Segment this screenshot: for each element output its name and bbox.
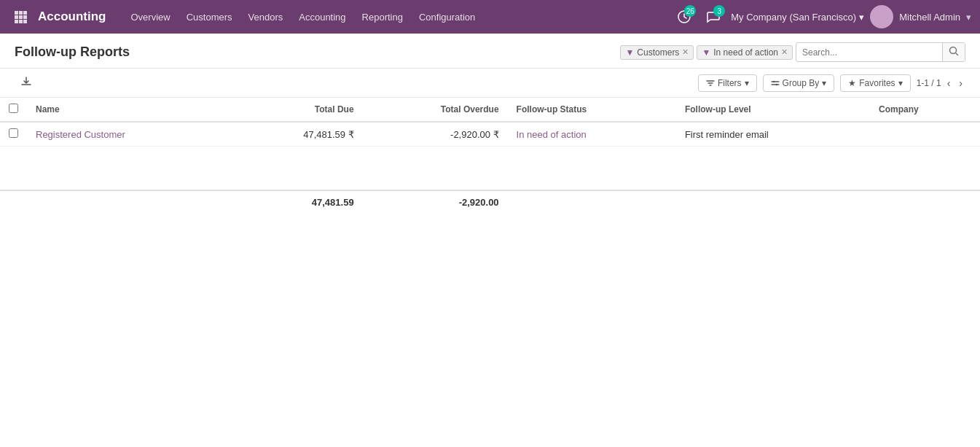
totals-empty-3 <box>508 190 676 214</box>
star-icon: ★ <box>848 78 856 88</box>
filter-tag-customers: ▼ Customers ✕ <box>620 45 694 60</box>
company-selector[interactable]: My Company (San Francisco) ▾ <box>731 12 864 23</box>
svg-rect-3 <box>15 15 18 19</box>
data-table: Name Total Due Total Overdue Follow-up S… <box>0 98 980 214</box>
svg-rect-2 <box>23 11 27 15</box>
th-total-due: Total Due <box>232 98 362 122</box>
messages-count: 3 <box>713 5 725 17</box>
svg-rect-0 <box>15 11 18 15</box>
filters-label: Filters <box>718 78 742 88</box>
svg-rect-5 <box>23 15 27 19</box>
row-checkbox[interactable] <box>9 128 18 138</box>
filter-action-label: In need of action <box>713 47 778 58</box>
select-all-checkbox[interactable] <box>9 104 18 113</box>
totals-total-overdue: -2,920.00 <box>363 190 508 214</box>
totals-empty-2 <box>27 190 232 214</box>
favorites-button[interactable]: ★ Favorites ▾ <box>840 74 910 92</box>
svg-point-13 <box>775 83 777 85</box>
search-button[interactable] <box>942 43 965 61</box>
svg-point-12 <box>772 80 774 82</box>
company-name: My Company (San Francisco) <box>731 12 856 23</box>
totals-total-due: 47,481.59 <box>232 190 362 214</box>
toolbar-right: Filters ▾ Group By ▾ ★ Favorites ▾ 1-1 /… <box>698 74 965 92</box>
th-company: Company <box>870 98 980 122</box>
page-header: Follow-up Reports ▼ Customers ✕ ▼ In nee… <box>0 34 980 69</box>
th-followup-status: Follow-up Status <box>508 98 676 122</box>
app-brand: Accounting <box>38 9 106 24</box>
menu-accounting[interactable]: Accounting <box>291 7 353 27</box>
grid-icon[interactable] <box>9 5 32 28</box>
user-avatar[interactable] <box>870 5 893 28</box>
activity-badge[interactable]: 26 <box>673 5 696 28</box>
page-title: Follow-up Reports <box>15 44 614 60</box>
td-followup-status: In need of action <box>508 122 676 147</box>
company-chevron: ▾ <box>859 12 864 23</box>
search-box <box>796 42 965 62</box>
svg-rect-7 <box>19 20 23 23</box>
search-input[interactable] <box>796 44 942 61</box>
svg-rect-4 <box>19 15 23 19</box>
td-followup-level: First reminder email <box>676 122 870 147</box>
menu-reporting[interactable]: Reporting <box>355 7 410 27</box>
filter-action-close[interactable]: ✕ <box>781 47 788 57</box>
svg-point-10 <box>879 12 885 18</box>
filter-customers-close[interactable]: ✕ <box>682 47 689 57</box>
favorites-chevron: ▾ <box>898 78 903 88</box>
topnav-right: 26 3 My Company (San Francisco) ▾ Mitche… <box>673 5 971 28</box>
topnav: Accounting Overview Customers Vendors Ac… <box>0 0 980 34</box>
th-total-overdue: Total Overdue <box>363 98 508 122</box>
pager-prev[interactable]: ‹ <box>944 76 954 90</box>
svg-rect-1 <box>19 11 23 15</box>
pager: 1-1 / 1 ‹ › <box>917 76 965 90</box>
filter-icon-1: ▼ <box>625 47 634 58</box>
search-area: ▼ Customers ✕ ▼ In need of action ✕ <box>620 42 965 62</box>
filters-chevron: ▾ <box>745 78 749 88</box>
group-by-button[interactable]: Group By ▾ <box>763 74 835 92</box>
pager-text: 1-1 / 1 <box>917 78 941 88</box>
menu-customers[interactable]: Customers <box>179 7 240 27</box>
filter-icon-2: ▼ <box>702 47 710 58</box>
messages-badge[interactable]: 3 <box>702 5 725 28</box>
download-button[interactable] <box>15 73 38 93</box>
favorites-label: Favorites <box>859 78 895 88</box>
table-row[interactable]: Registered Customer 47,481.59 ₹ -2,920.0… <box>0 122 980 147</box>
spacer-row <box>0 147 980 190</box>
td-total-overdue: -2,920.00 ₹ <box>363 122 508 147</box>
td-name: Registered Customer <box>27 122 232 147</box>
totals-empty-5 <box>870 190 980 214</box>
table-header-row: Name Total Due Total Overdue Follow-up S… <box>0 98 980 122</box>
toolbar-left <box>15 73 38 93</box>
filter-tag-action: ▼ In need of action ✕ <box>697 45 793 60</box>
th-name: Name <box>27 98 232 122</box>
group-by-chevron: ▾ <box>822 78 826 88</box>
top-menu: Overview Customers Vendors Accounting Re… <box>124 7 670 27</box>
pager-next[interactable]: › <box>956 76 965 90</box>
svg-rect-8 <box>23 20 27 23</box>
menu-vendors[interactable]: Vendors <box>241 7 291 27</box>
content-wrap: Name Total Due Total Overdue Follow-up S… <box>0 98 980 214</box>
user-chevron: ▾ <box>966 12 971 23</box>
group-by-label: Group By <box>783 78 820 88</box>
toolbar: Filters ▾ Group By ▾ ★ Favorites ▾ 1-1 /… <box>0 69 980 98</box>
totals-empty-1 <box>0 190 27 214</box>
filter-customers-label: Customers <box>637 47 679 58</box>
menu-configuration[interactable]: Configuration <box>412 7 482 27</box>
th-checkbox <box>0 98 27 122</box>
td-checkbox <box>0 122 27 147</box>
activity-count: 26 <box>684 5 696 17</box>
filters-button[interactable]: Filters ▾ <box>698 74 757 92</box>
th-followup-level: Follow-up Level <box>676 98 870 122</box>
totals-empty-4 <box>676 190 870 214</box>
main-content: Follow-up Reports ▼ Customers ✕ ▼ In nee… <box>0 34 980 447</box>
svg-rect-6 <box>15 20 18 23</box>
svg-point-11 <box>950 47 957 54</box>
user-name[interactable]: Mitchell Admin <box>899 12 960 23</box>
td-company <box>870 122 980 147</box>
totals-row: 47,481.59 -2,920.00 <box>0 190 980 214</box>
menu-overview[interactable]: Overview <box>124 7 178 27</box>
td-total-due: 47,481.59 ₹ <box>232 122 362 147</box>
